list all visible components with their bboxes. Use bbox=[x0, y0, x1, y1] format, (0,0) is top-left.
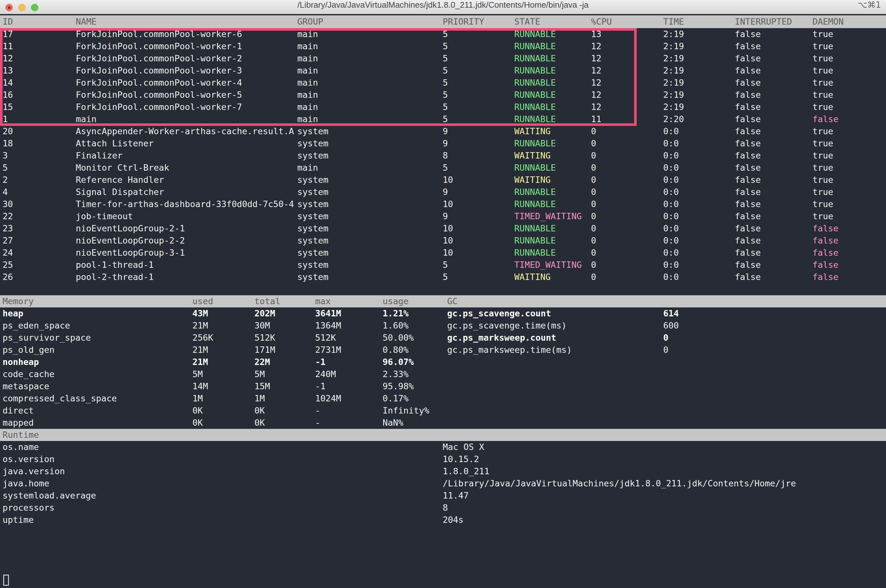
cell-interrupted: false bbox=[735, 89, 812, 101]
cell-group: main bbox=[297, 40, 443, 52]
cell-id: 17 bbox=[3, 28, 76, 40]
cell-id: 4 bbox=[3, 186, 76, 198]
cell-group: system bbox=[297, 259, 443, 271]
cell-usage: 0.17% bbox=[383, 392, 447, 405]
table-row: 18Attach Listenersystem9RUNNABLE00:0fals… bbox=[0, 137, 886, 150]
cell-priority: 10 bbox=[443, 222, 514, 234]
cell-priority: 10 bbox=[443, 198, 514, 210]
cell-memory-name: compressed_class_space bbox=[3, 392, 192, 405]
column-header-daemon: DAEMON bbox=[812, 15, 886, 28]
cell-group: system bbox=[297, 186, 443, 198]
table-row: ps_old_gen21M171M2731M0.80%gc.ps_markswe… bbox=[0, 344, 886, 356]
cell-time: 0:0 bbox=[663, 125, 735, 137]
cell-time: 0:0 bbox=[663, 198, 735, 210]
cell-state: RUNNABLE bbox=[514, 234, 591, 247]
cell-id: 3 bbox=[3, 150, 76, 162]
cell-runtime-key: java.home bbox=[3, 477, 443, 490]
table-row: 27nioEventLoopGroup-2-2system10RUNNABLE0… bbox=[0, 234, 886, 247]
column-header-state: STATE bbox=[514, 15, 591, 28]
column-header-time: TIME bbox=[663, 15, 735, 28]
cell-daemon: true bbox=[812, 89, 886, 101]
cell-gc-name bbox=[447, 392, 663, 405]
cell-total: 30M bbox=[254, 320, 315, 332]
cell-daemon: true bbox=[812, 28, 886, 40]
table-row: direct0K0K-Infinity% bbox=[0, 405, 886, 417]
cell-gc-value: 614 bbox=[663, 308, 886, 320]
blank-line bbox=[0, 283, 886, 295]
cell-state: WAITING bbox=[514, 150, 591, 162]
runtime-rows: os.nameMac OS Xos.version10.15.2java.ver… bbox=[0, 441, 886, 526]
table-row: 23nioEventLoopGroup-2-1system10RUNNABLE0… bbox=[0, 222, 886, 234]
cell-priority: 9 bbox=[443, 137, 514, 150]
cell-time: 2:19 bbox=[663, 89, 735, 101]
cell-state: RUNNABLE bbox=[514, 186, 591, 198]
cell-group: system bbox=[297, 210, 443, 222]
cell-name: Finalizer bbox=[76, 150, 297, 162]
cell-cpu: 0 bbox=[591, 247, 663, 259]
cell-state: RUNNABLE bbox=[514, 101, 591, 113]
cell-daemon: true bbox=[812, 101, 886, 113]
minimize-button[interactable] bbox=[18, 4, 26, 11]
cell-time: 0:0 bbox=[663, 174, 735, 186]
table-row: 24nioEventLoopGroup-3-1system10RUNNABLE0… bbox=[0, 247, 886, 259]
cell-interrupted: false bbox=[735, 40, 812, 52]
cell-interrupted: false bbox=[735, 186, 812, 198]
column-header-gc: GC bbox=[447, 295, 663, 308]
table-row: processors8 bbox=[0, 502, 886, 514]
cell-daemon: false bbox=[812, 259, 886, 271]
cell-runtime-key: processors bbox=[3, 502, 443, 514]
table-row: 12ForkJoinPool.commonPool-worker-2main5R… bbox=[0, 52, 886, 64]
cell-used: 1M bbox=[192, 392, 254, 405]
cell-usage: NaN% bbox=[383, 417, 447, 429]
cell-cpu: 0 bbox=[591, 222, 663, 234]
cell-cpu: 0 bbox=[591, 137, 663, 150]
cell-id: 15 bbox=[3, 101, 76, 113]
cell-runtime-value: /Library/Java/JavaVirtualMachines/jdk1.8… bbox=[443, 477, 886, 490]
cell-state: RUNNABLE bbox=[514, 162, 591, 174]
cell-usage: 0.80% bbox=[383, 344, 447, 356]
cell-priority: 5 bbox=[443, 113, 514, 125]
cell-cpu: 0 bbox=[591, 234, 663, 247]
cell-time: 2:19 bbox=[663, 77, 735, 89]
cell-runtime-key: java.version bbox=[3, 465, 443, 477]
cell-group: system bbox=[297, 234, 443, 247]
cell-id: 11 bbox=[3, 40, 76, 52]
zoom-button[interactable] bbox=[31, 4, 38, 11]
table-row: java.home/Library/Java/JavaVirtualMachin… bbox=[0, 477, 886, 490]
cell-cpu: 11 bbox=[591, 113, 663, 125]
cell-cpu: 13 bbox=[591, 28, 663, 40]
cell-gc-value bbox=[663, 392, 886, 405]
cell-priority: 9 bbox=[443, 125, 514, 137]
cell-time: 0:0 bbox=[663, 137, 735, 150]
cell-runtime-value: 1.8.0_211 bbox=[443, 465, 886, 477]
cell-name: Reference Handler bbox=[76, 174, 297, 186]
table-row: 5Monitor Ctrl-Breakmain5RUNNABLE00:0fals… bbox=[0, 162, 886, 174]
cell-gc-name bbox=[447, 405, 663, 417]
cell-interrupted: false bbox=[735, 271, 812, 283]
window-titlebar[interactable]: /Library/Java/JavaVirtualMachines/jdk1.8… bbox=[0, 0, 886, 15]
cell-state: RUNNABLE bbox=[514, 52, 591, 64]
cell-gc-name bbox=[447, 380, 663, 392]
cell-runtime-key: systemload.average bbox=[3, 490, 443, 502]
cell-total: 15M bbox=[254, 380, 315, 392]
column-header-max: max bbox=[315, 295, 383, 308]
cell-runtime-key: os.version bbox=[3, 453, 443, 465]
table-row: systemload.average11.47 bbox=[0, 490, 886, 502]
terminal-screen[interactable]: IDNAMEGROUPPRIORITYSTATE%CPUTIMEINTERRUP… bbox=[0, 15, 886, 588]
column-header-priority: PRIORITY bbox=[443, 15, 514, 28]
cell-total: 171M bbox=[254, 344, 315, 356]
table-row: ps_survivor_space256K512K512K50.00%gc.ps… bbox=[0, 332, 886, 344]
cell-total: 202M bbox=[254, 308, 315, 320]
cell-group: main bbox=[297, 77, 443, 89]
cell-max: 1364M bbox=[315, 320, 383, 332]
cell-id: 24 bbox=[3, 247, 76, 259]
cell-interrupted: false bbox=[735, 259, 812, 271]
cell-max: 3641M bbox=[315, 308, 383, 320]
close-button[interactable] bbox=[5, 4, 13, 11]
cell-id: 25 bbox=[3, 259, 76, 271]
cell-state: RUNNABLE bbox=[514, 89, 591, 101]
cell-memory-name: heap bbox=[3, 308, 192, 320]
table-row: 2Reference Handlersystem10WAITING00:0fal… bbox=[0, 174, 886, 186]
cell-runtime-value: 204s bbox=[443, 514, 886, 526]
table-row: code_cache5M5M240M2.33% bbox=[0, 368, 886, 380]
